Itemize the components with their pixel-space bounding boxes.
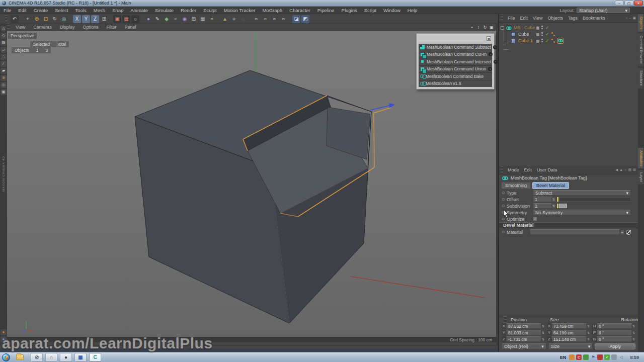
subdivision-input[interactable]: 1 — [533, 203, 552, 209]
dock-tab-layer[interactable]: Layer — [638, 170, 643, 185]
explorer-icon[interactable] — [16, 354, 24, 360]
workplane-reset-icon[interactable]: ○ — [279, 15, 287, 23]
undo-icon[interactable]: ↶ — [11, 15, 19, 23]
dock-tab-objects[interactable]: Objects — [638, 14, 643, 32]
tweak-mode-icon[interactable]: ▣ — [1, 89, 7, 95]
palette-item-version[interactable]: MeshBoolean v1.6 — [419, 80, 492, 87]
menu-tools[interactable]: Tools — [72, 7, 90, 14]
object-label[interactable]: MB : Cube.1 — [514, 25, 539, 31]
om-menu-file[interactable]: File — [505, 16, 518, 21]
taskbar-app-installer[interactable]: ▦ — [74, 353, 87, 361]
size-z-input[interactable]: 151.148 cm — [551, 336, 587, 342]
tray-volume-mute-icon[interactable] — [597, 354, 603, 360]
offset-input[interactable]: 1 — [533, 197, 552, 202]
array-icon[interactable]: ⊞ — [190, 15, 198, 23]
dock-tab-content-browser[interactable]: Content Browser — [638, 33, 643, 66]
menu-animate[interactable]: Animate — [127, 7, 151, 14]
language-indicator[interactable]: EN — [560, 355, 567, 360]
offset-slider-track[interactable] — [559, 197, 631, 202]
gear-icon[interactable] — [493, 45, 497, 49]
toggle-view-icon[interactable]: ▣ — [489, 25, 494, 30]
taskbar-app-browser[interactable]: ∩ — [45, 353, 57, 361]
tab-smoothing[interactable]: Smoothing — [501, 182, 531, 189]
size-y-input[interactable]: 64.199 cm — [551, 330, 587, 335]
palette-item-subtract[interactable]: MeshBoolean Command Subtract — [419, 44, 492, 51]
menu-edit[interactable]: Edit — [15, 7, 30, 14]
tree-row-meshboolean[interactable]: − MB : Cube.1 ✓ — [499, 25, 638, 31]
rotation-b-input[interactable]: 0 ° — [597, 336, 632, 342]
taskbar-app-media[interactable]: ⊘ — [31, 353, 43, 361]
stepper-icon[interactable]: ⇅ — [541, 337, 545, 341]
enabled-check-icon[interactable]: ✓ — [545, 31, 549, 38]
coord-grip[interactable] — [504, 316, 507, 323]
axis-handle-z[interactable] — [370, 103, 395, 110]
vpmenu-view[interactable]: View — [12, 24, 29, 31]
position-y-input[interactable]: 81.003 cm — [506, 330, 541, 335]
last-tool-icon[interactable]: ◎ — [60, 15, 68, 23]
enable-axis-icon[interactable]: ⊕ — [1, 75, 7, 81]
tree-row-cube1[interactable]: Cube.1 ✓ — [499, 38, 638, 44]
close-button[interactable]: × — [634, 1, 643, 6]
render-picture-icon[interactable]: ▦ — [122, 15, 130, 23]
om-lock-icon[interactable]: – — [629, 16, 631, 20]
taskbar-clock[interactable]: 8:59 — [630, 355, 639, 360]
am-new-icon[interactable]: ⊞ — [633, 168, 636, 172]
start-button[interactable] — [2, 353, 10, 361]
vpmenu-filter[interactable]: Filter — [102, 24, 120, 31]
om-menu-tags[interactable]: Tags — [566, 16, 580, 21]
menu-window[interactable]: Window — [380, 7, 404, 14]
phong-dots[interactable] — [551, 32, 555, 37]
object-label[interactable]: Cube.1 — [518, 38, 533, 44]
menu-simulate[interactable]: Simulate — [151, 7, 177, 14]
menu-select[interactable]: Select — [51, 7, 71, 14]
dock-tab-structure[interactable]: Structure — [638, 68, 643, 88]
palette-item-intersect[interactable]: MeshBoolean Command Intersect — [419, 58, 492, 65]
taskbar-app-c4d-ball[interactable]: ● — [60, 353, 72, 361]
menu-render[interactable]: Render — [177, 7, 200, 14]
coord-system-icon[interactable]: ⊞ — [100, 15, 108, 23]
material-browse-icon[interactable]: ▸ — [620, 229, 624, 235]
toolbar-grip[interactable] — [5, 16, 8, 23]
render-settings-icon[interactable]: ☼ — [131, 15, 139, 23]
enabled-check-icon[interactable]: ✓ — [545, 38, 549, 44]
spline-primitive-icon[interactable]: ≈ — [172, 15, 180, 23]
stepper-icon[interactable]: ⇅ — [632, 337, 635, 341]
material-input[interactable] — [530, 229, 620, 235]
coord-mode-dropdown[interactable]: Object (Rel) ▾ — [502, 343, 546, 349]
layer-dot[interactable] — [536, 33, 539, 36]
menu-snap[interactable]: Snap — [109, 7, 127, 14]
menu-help[interactable]: Help — [404, 7, 421, 14]
position-z-input[interactable]: -1.731 cm — [506, 336, 541, 342]
menu-plugins[interactable]: Plugins — [338, 7, 361, 14]
rotation-h-input[interactable]: 0 ° — [597, 323, 632, 329]
simulate-icon[interactable]: ▦ — [199, 15, 207, 23]
make-editable-icon[interactable]: △ — [1, 26, 7, 32]
vpmenu-cameras[interactable]: Cameras — [29, 24, 56, 31]
am-menu-user-data[interactable]: User Data — [534, 167, 560, 172]
stepper-icon[interactable]: ⇅ — [541, 324, 545, 328]
add-primitive-icon[interactable]: ● — [144, 15, 152, 23]
menu-file[interactable]: File — [0, 7, 15, 14]
optimize-checkbox[interactable]: ✓ — [533, 217, 537, 221]
meshboolean-palette[interactable]: ▣ MeshBoolean Command Subtract MeshBoole… — [416, 33, 495, 89]
menu-mesh[interactable]: Mesh — [90, 7, 109, 14]
viewport-grip[interactable] — [7, 24, 10, 31]
material-clear-icon[interactable] — [626, 230, 631, 235]
am-menu-mode[interactable]: Mode — [505, 167, 522, 172]
visibility-dots[interactable] — [541, 26, 543, 30]
gear-icon[interactable] — [494, 60, 498, 64]
subdivision-surface-icon[interactable]: ◆ — [163, 15, 171, 23]
visibility-dots[interactable] — [541, 39, 543, 43]
am-menu-edit[interactable]: Edit — [522, 167, 535, 172]
menu-character[interactable]: Character — [286, 7, 314, 14]
keyframe-dot[interactable] — [502, 198, 505, 201]
am-back-icon[interactable]: ◀ — [615, 168, 618, 172]
palette-item-bake[interactable]: MeshBoolean Command Bake — [419, 73, 492, 80]
workplane-lock-icon[interactable]: ○ — [261, 15, 269, 23]
cube-object-icon[interactable] — [511, 32, 516, 37]
layout-select[interactable]: Startup (User) ▾ — [577, 8, 630, 13]
stepper-icon[interactable]: ⇅ — [587, 337, 590, 341]
layer-dot[interactable] — [536, 27, 539, 30]
quantize-icon[interactable]: ◩ — [301, 15, 309, 23]
type-dropdown[interactable]: Subtract ▾ — [533, 190, 631, 196]
